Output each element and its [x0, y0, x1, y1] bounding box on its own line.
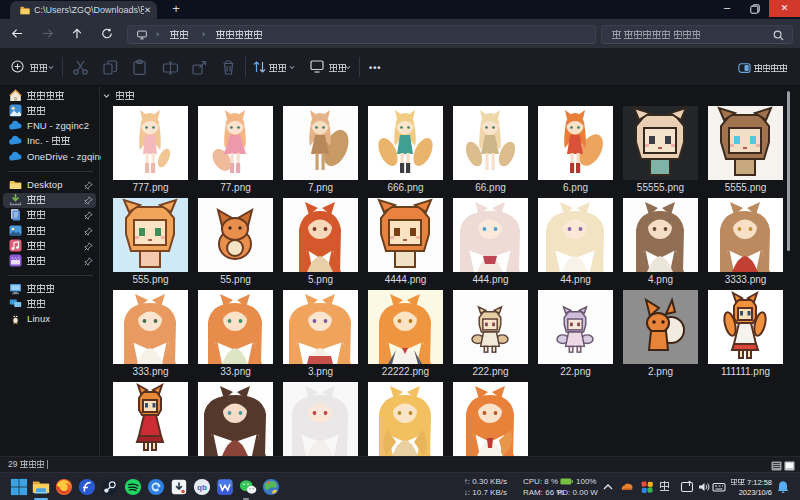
svg-text:qb: qb	[197, 483, 207, 492]
